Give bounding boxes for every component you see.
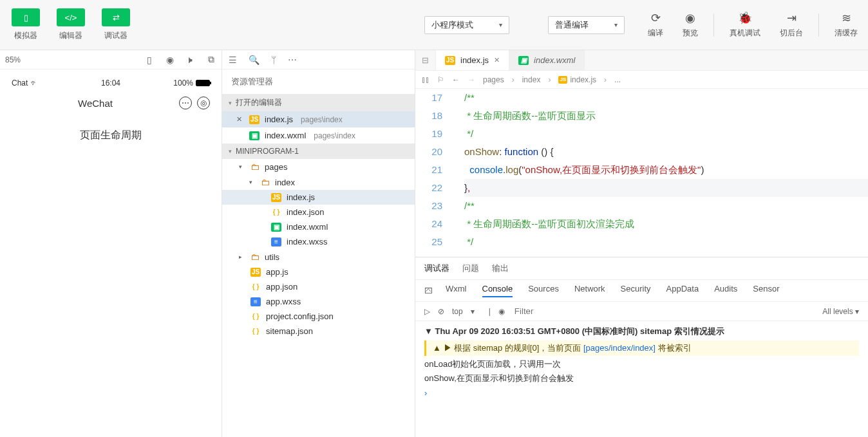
inspect-icon[interactable]: ⮹ <box>424 286 433 295</box>
app-title: WeChat <box>12 98 179 109</box>
refresh-icon: ⟳ <box>651 11 661 25</box>
devtool-tab-network[interactable]: Network <box>574 284 605 297</box>
settings-icon: ⇄ <box>102 8 130 26</box>
wxss-icon: ≡ <box>271 237 281 246</box>
device-icon[interactable]: ▯ <box>144 55 155 65</box>
devtool-tab-sensor[interactable]: Sensor <box>753 284 779 297</box>
line-gutter: 171819202122232425 <box>415 89 451 257</box>
warning-row: ▲ ▶ 根据 sitemap 的规则[0]，当前页面 [pages/index/… <box>424 340 859 356</box>
breadcrumb: ⫿⫿ ⚐ ← → pages› index› JS index.js› ... <box>415 71 868 89</box>
levels-select[interactable]: All levels ▾ <box>822 307 859 316</box>
js-icon: JS <box>271 193 281 202</box>
layers-icon: ≋ <box>842 11 851 25</box>
json-icon: { } <box>250 327 261 336</box>
tab-index-js[interactable]: JS index.js ✕ <box>436 50 509 70</box>
wxml-icon: ▣ <box>518 56 529 65</box>
editor-button[interactable]: </> 编辑器 <box>52 6 90 44</box>
list-icon[interactable]: ☰ <box>229 55 237 65</box>
tree-item-index[interactable]: ▾🗀index <box>222 174 415 190</box>
devtool-tab-sources[interactable]: Sources <box>528 284 559 297</box>
page-title: 页面生命周期 <box>4 116 218 155</box>
branch-icon[interactable]: ᛘ <box>271 55 276 65</box>
play-icon[interactable]: ▷ <box>424 307 430 316</box>
detach-icon[interactable]: ⧉ <box>206 55 216 65</box>
wifi-icon: ᯤ <box>30 79 38 88</box>
json-icon: { } <box>250 312 261 321</box>
stop-icon[interactable]: ◉ <box>165 55 175 65</box>
tree-item-index.wxss[interactable]: ≡index.wxss <box>222 234 415 249</box>
mute-icon[interactable]: 🕨 <box>185 55 196 65</box>
bookmark-icon[interactable]: ⚐ <box>437 75 444 84</box>
code-area[interactable]: /** * 生命周期函数--监听页面显示 */onShow: function … <box>451 89 868 257</box>
sitemap-link[interactable]: [pages/index/index] <box>583 343 656 353</box>
close-icon[interactable]: ◎ <box>197 97 210 109</box>
tree-item-app.json[interactable]: { }app.json <box>222 279 415 294</box>
more-icon[interactable]: ⋯ <box>288 55 297 65</box>
simulator-panel: 85% ▯ ◉ 🕨 ⧉ Chat ᯤ 16:04 100% WeChat ⋯◎ … <box>0 50 222 437</box>
compile-dropdown[interactable]: 普通编译 <box>548 16 625 34</box>
log-row: onLoad初始化页面加载，只调用一次 <box>424 357 859 371</box>
remote-debug-button[interactable]: 🐞真机调试 <box>726 8 764 41</box>
main-toolbar: ▯ 模拟器 </> 编辑器 ⇄ 调试器 小程序模式 普通编译 ⟳编译 ◉预览 🐞… <box>0 0 868 50</box>
close-icon[interactable]: ✕ <box>494 56 500 64</box>
search-icon[interactable]: 🔍 <box>249 55 259 65</box>
zoom-level[interactable]: 85% <box>5 55 134 64</box>
explorer-title: 资源管理器 <box>222 70 415 94</box>
mode-dropdown[interactable]: 小程序模式 <box>424 16 509 34</box>
js-icon: JS <box>250 268 261 277</box>
context-select[interactable]: top <box>452 307 463 316</box>
debug-tab[interactable]: 问题 <box>462 263 479 274</box>
json-icon: { } <box>250 283 261 292</box>
tree-item-sitemap.json[interactable]: { }sitemap.json <box>222 324 415 339</box>
phone-time: 16:04 <box>78 79 144 88</box>
menu-icon[interactable]: ⋯ <box>179 97 192 109</box>
code-icon: </> <box>57 8 85 26</box>
tree-item-app.js[interactable]: JSapp.js <box>222 265 415 279</box>
tree-item-project.config.json[interactable]: { }project.config.json <box>222 309 415 324</box>
tab-index-wxml[interactable]: ▣ index.wxml <box>509 50 585 70</box>
eye-icon[interactable]: ◉ <box>498 307 505 316</box>
devtool-tab-console[interactable]: Console <box>482 284 513 297</box>
log-row: onShow,在页面显示和切换到前台会触发 <box>424 371 859 386</box>
devtool-tab-audits[interactable]: Audits <box>714 284 737 297</box>
warn-icon: ▲ <box>433 343 441 353</box>
debugger-button[interactable]: ⇄ 调试器 <box>97 6 135 44</box>
log-group-header[interactable]: ▼ Thu Apr 09 2020 16:03:51 GMT+0800 (中国标… <box>424 324 859 339</box>
block-icon[interactable]: ⊘ <box>438 307 444 316</box>
tree-item-index.js[interactable]: JSindex.js <box>222 190 415 205</box>
open-editor-item[interactable]: ▣index.wxmlpages\index <box>222 127 415 144</box>
tree-item-app.wxss[interactable]: ≡app.wxss <box>222 294 415 309</box>
tree-item-utils[interactable]: ▸🗀utils <box>222 249 415 265</box>
compile-button[interactable]: ⟳编译 <box>644 8 667 41</box>
close-icon[interactable]: ✕ <box>236 115 244 124</box>
devtool-tab-security[interactable]: Security <box>621 284 651 297</box>
filter-input[interactable] <box>513 304 815 318</box>
js-icon: JS <box>558 76 567 84</box>
devtool-tab-wxml[interactable]: Wxml <box>446 284 467 297</box>
explorer-panel: ☰ 🔍 ᛘ ⋯ 资源管理器 打开的编辑器 ✕JSindex.jspages\in… <box>222 50 415 437</box>
open-editor-item[interactable]: ✕JSindex.jspages\index <box>222 111 415 127</box>
battery-icon <box>196 80 210 86</box>
back-icon[interactable]: ← <box>452 75 460 84</box>
simulator-button[interactable]: ▯ 模拟器 <box>6 6 45 44</box>
js-icon: JS <box>445 56 455 65</box>
tree-item-index.wxml[interactable]: ▣index.wxml <box>222 219 415 234</box>
clear-cache-button[interactable]: ≋清缓存 <box>831 8 862 41</box>
open-editors-header[interactable]: 打开的编辑器 <box>222 94 415 111</box>
split-icon[interactable]: ⫿⫿ <box>422 75 429 84</box>
tree-item-pages[interactable]: ▾🗀pages <box>222 159 415 174</box>
tree-item-index.json[interactable]: { }index.json <box>222 205 415 219</box>
debug-panel: 调试器问题输出 ⮹ WxmlConsoleSourcesNetworkSecur… <box>415 257 868 437</box>
forward-icon[interactable]: → <box>467 75 475 84</box>
background-button[interactable]: ⇥切后台 <box>776 8 807 41</box>
wxss-icon: ≡ <box>250 297 261 306</box>
project-header[interactable]: MINIPROGRAM-1 <box>222 144 415 159</box>
sidebar-toggle-icon[interactable]: ⊟ <box>415 50 436 70</box>
console-prompt[interactable]: › <box>424 386 859 398</box>
editor-panel: ⊟ JS index.js ✕ ▣ index.wxml ⫿⫿ ⚐ ← → pa… <box>415 50 868 437</box>
devtool-tab-appdata[interactable]: AppData <box>666 284 699 297</box>
debug-tab[interactable]: 输出 <box>492 263 509 274</box>
js-icon: JS <box>249 115 259 124</box>
debug-tab[interactable]: 调试器 <box>424 263 449 274</box>
preview-button[interactable]: ◉预览 <box>679 8 702 41</box>
